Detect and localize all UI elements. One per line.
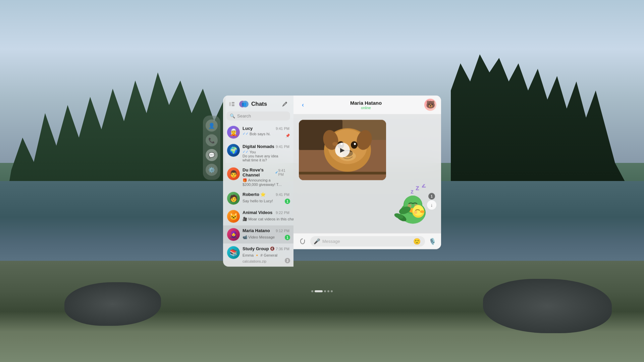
chat-name: Animal Videos — [243, 210, 272, 215]
svg-text:👥: 👥 — [241, 102, 247, 107]
emoji-button[interactable]: 🙂 — [412, 237, 422, 246]
chat-name-row: Animal Videos 9:22 PM — [243, 210, 289, 215]
video-message[interactable]: ▶ — [299, 120, 386, 180]
double-check-icon: ✓✓ — [243, 132, 249, 136]
avatar-roberto: 🧑 — [227, 192, 240, 205]
scroll-down-button[interactable]: ↓ — [427, 200, 436, 210]
search-icon: 🔍 — [230, 114, 235, 119]
bg-rocks-right — [483, 279, 612, 333]
search-bar[interactable]: 🔍 — [226, 112, 290, 121]
chat-header: ‹ Maria Hatano online 🐻 — [293, 96, 441, 115]
contacts-icon[interactable]: 👤 — [206, 120, 218, 132]
chat-panel-header: 👥 Chats — [223, 96, 293, 112]
chat-item-maria-hatano[interactable]: 🧕 Maria Hatano 9:12 PM 📹 Video Message 1 — [223, 226, 293, 244]
chat-item-digital-nomads[interactable]: 🌍 Digital Nomads 9:41 PM ✓✓ You Do you h… — [223, 141, 293, 165]
chat-preview: 🎥 Moar cat videos in this channel? — [243, 217, 293, 221]
chat-item-lucy[interactable]: 🧝 Lucy 9:41 PM ✓✓ Bob says hi. 📌 — [223, 123, 293, 141]
unread-badge: 1 — [285, 235, 290, 240]
chat-header-info: Maria Hatano online — [311, 100, 421, 110]
chat-name: Roberto ⭐ — [243, 192, 266, 197]
chat-preview: 📹 Video Message — [243, 235, 275, 239]
sidebar-toggle-button[interactable] — [227, 100, 236, 109]
chat-name-row: Study Group 🔇 7:36 PM — [243, 246, 289, 251]
chat-time: 7:36 PM — [276, 247, 289, 251]
sidebar: 👤 📞 💬 ⚙️ — [203, 116, 220, 180]
svg-point-17 — [354, 143, 356, 145]
verified-icon: ✓ — [275, 170, 278, 175]
svg-point-35 — [413, 205, 424, 216]
mic-input-icon: 🎤 — [314, 238, 320, 245]
chat-name: Maria Hatano — [243, 228, 270, 233]
messages-wrapper: ▶ z z z — [293, 115, 441, 233]
unread-badge: 1 — [285, 199, 290, 204]
chat-info-du-rove: Du Rove's Channel ✓ 9:41 PM 🎁 Announcing… — [243, 168, 289, 187]
chat-name-row: Roberto ⭐ 9:41 PM — [243, 192, 289, 197]
chat-panel: 👥 Chats 🔍 🧝 — [223, 96, 293, 267]
chat-item-du-rove[interactable]: 👨 Du Rove's Channel ✓ 9:41 PM 🎁 Announci… — [223, 165, 293, 189]
chat-item-roberto[interactable]: 🧑 Roberto ⭐ 9:41 PM Say hello to Lucy! 1 — [223, 189, 293, 207]
input-bar: 🎤 🙂 🎙️ — [293, 233, 441, 249]
chat-preview: Bob says hi. — [250, 132, 271, 136]
avatar-animal-videos: 🐱 — [227, 210, 240, 223]
svg-point-15 — [351, 141, 358, 149]
scroll-badge: 1 — [428, 193, 435, 200]
svg-rect-2 — [232, 104, 234, 105]
chats-icon[interactable]: 💬 — [206, 149, 218, 161]
progress-dot-5 — [331, 290, 333, 292]
attach-button[interactable] — [298, 236, 308, 246]
bg-rocks — [64, 282, 161, 326]
chat-name: Digital Nomads — [243, 144, 274, 149]
compose-button[interactable] — [280, 100, 289, 109]
avatar-lucy: 🧝 — [227, 126, 240, 139]
chat-info-animal-videos: Animal Videos 9:22 PM 🎥 Moar cat videos … — [243, 210, 289, 222]
chat-info-roberto: Roberto ⭐ 9:41 PM Say hello to Lucy! — [243, 192, 289, 204]
contact-avatar[interactable]: 🐻 — [424, 99, 436, 111]
calls-icon[interactable]: 📞 — [206, 134, 218, 146]
progress-dot-1 — [311, 290, 313, 292]
chat-preview-multi: Do you have any idea what time it is? — [243, 154, 283, 162]
main-ui: 👤 📞 💬 ⚙️ 👥 Chats — [203, 96, 441, 267]
chat-time: 9:41 PM — [278, 169, 289, 177]
chat-preview-sub: calculations.zip — [243, 259, 266, 263]
voice-button[interactable]: 🎙️ — [428, 237, 437, 246]
progress-dots — [309, 288, 335, 295]
avatar-study-group: 📚 — [227, 246, 240, 259]
panel-title: Chats — [251, 101, 278, 108]
scroll-indicator: 1 ↓ — [427, 193, 436, 210]
svg-text:z: z — [411, 188, 414, 195]
group-avatar-icon: 👥 — [238, 100, 249, 108]
back-button[interactable]: ‹ — [298, 100, 308, 110]
chat-time: 9:41 PM — [276, 192, 289, 196]
svg-text:z: z — [422, 184, 426, 190]
chat-time: 9:41 PM — [276, 144, 289, 148]
chat-name: Study Group 🔇 — [243, 246, 275, 251]
chat-preview-multi: 🎁 Announcing a $200,000 giveaway! To cel… — [243, 178, 283, 187]
search-input[interactable] — [237, 114, 287, 119]
message-input-wrapper[interactable]: 🎤 🙂 — [310, 236, 425, 247]
chat-name-row: Lucy 9:41 PM — [243, 126, 289, 131]
contact-status: online — [311, 106, 421, 110]
svg-rect-0 — [229, 102, 231, 106]
svg-point-37 — [414, 211, 417, 214]
chat-name-row: Digital Nomads 9:41 PM — [243, 144, 289, 149]
play-button[interactable]: ▶ — [335, 143, 350, 158]
chat-info-maria-hatano: Maria Hatano 9:12 PM 📹 Video Message — [243, 228, 289, 240]
sender-name: You — [250, 150, 256, 154]
chat-info-study-group: Study Group 🔇 7:36 PM Emma 🔸 # General c… — [243, 246, 289, 264]
contact-name: Maria Hatano — [311, 100, 421, 106]
settings-icon[interactable]: ⚙️ — [206, 164, 218, 176]
chat-item-study-group[interactable]: 📚 Study Group 🔇 7:36 PM Emma 🔸 # General… — [223, 244, 293, 267]
progress-dot-2 — [315, 290, 323, 292]
chat-info-lucy: Lucy 9:41 PM ✓✓ Bob says hi. — [243, 126, 289, 136]
pin-icon: 📌 — [285, 134, 290, 138]
message-input[interactable] — [322, 236, 410, 247]
double-check-icon: ✓✓ — [243, 150, 249, 154]
svg-text:z: z — [416, 184, 419, 192]
svg-point-36 — [420, 210, 425, 213]
svg-rect-1 — [232, 102, 234, 103]
chat-time: 9:41 PM — [276, 126, 289, 130]
chat-name: Du Rove's Channel ✓ — [243, 168, 278, 178]
chat-item-animal-videos[interactable]: 🐱 Animal Videos 9:22 PM 🎥 Moar cat video… — [223, 207, 293, 226]
progress-dot-4 — [327, 290, 329, 292]
message-video-bubble: ▶ — [299, 120, 436, 180]
